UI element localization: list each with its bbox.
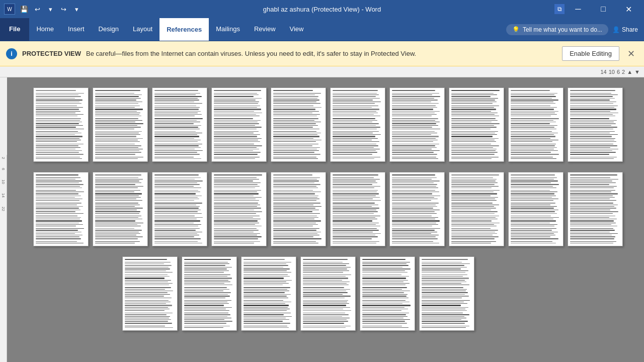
page-thumbnail-7[interactable] [389, 87, 445, 162]
ribbon: File Home Insert Design Layout Reference… [0, 18, 644, 41]
protected-view-badge: PROTECTED VIEW [22, 50, 81, 57]
ruler-mark-5: 22 [1, 207, 6, 211]
page-thumbnail-9[interactable] [508, 87, 564, 162]
close-protected-bar-button[interactable]: ✕ [624, 47, 638, 60]
tab-file[interactable]: File [0, 18, 29, 41]
document-area[interactable] [7, 77, 644, 362]
main-content: 2 6 10 14 22 [0, 77, 644, 362]
quick-access-toolbar: 💾 ↩ ▾ ↪ ▾ [18, 3, 83, 15]
title-bar-left: W 💾 ↩ ▾ ↪ ▾ [4, 3, 83, 15]
page-thumbnail-19[interactable] [508, 172, 564, 246]
maximize-button[interactable]: □ [592, 0, 615, 18]
tab-insert[interactable]: Insert [61, 18, 92, 41]
tab-layout[interactable]: Layout [126, 18, 159, 41]
ruler-mark-3: 10 [1, 179, 6, 184]
title-bar: W 💾 ↩ ▾ ↪ ▾ ghabl az ashura (Protected V… [0, 0, 644, 18]
page-thumbnail-26[interactable] [419, 256, 474, 331]
page-thumbnail-11[interactable] [33, 172, 89, 246]
page-thumbnail-22[interactable] [182, 256, 237, 331]
ruler-num-2: 10 [609, 69, 615, 75]
tab-references[interactable]: References [159, 18, 209, 41]
tab-review[interactable]: Review [247, 18, 283, 41]
page-thumbnail-3[interactable] [152, 87, 207, 162]
tab-mailings[interactable]: Mailings [209, 18, 247, 41]
enable-editing-button[interactable]: Enable Editing [562, 46, 619, 61]
ruler-up-arrow[interactable]: ▲ [627, 69, 632, 75]
page-thumbnail-13[interactable] [152, 172, 207, 246]
page-thumbnail-6[interactable] [330, 87, 385, 162]
minimize-button[interactable]: ─ [567, 0, 590, 18]
ribbon-right: 💡 Tell me what you want to do... 👤 Share [500, 18, 644, 41]
customize-quick-access[interactable]: ▾ [70, 3, 83, 15]
page-thumbnail-20[interactable] [568, 172, 623, 246]
page-thumbnail-8[interactable] [449, 87, 504, 162]
ruler-num-3: 6 [617, 69, 620, 75]
page-row-2 [22, 172, 634, 246]
window-controls: ⧉ ─ □ ✕ [554, 0, 640, 18]
page-thumbnail-25[interactable] [360, 256, 415, 331]
tab-home[interactable]: Home [29, 18, 61, 41]
ruler-mark-1: 2 [1, 157, 6, 159]
tab-view[interactable]: View [283, 18, 311, 41]
ruler-area: 14 10 6 2 ▲ ▼ [0, 66, 644, 77]
protected-view-message: Be careful—files from the Internet can c… [86, 50, 557, 57]
ruler-mark-4: 14 [1, 193, 6, 198]
page-thumbnail-1[interactable] [33, 87, 89, 162]
lightbulb-icon: 💡 [512, 26, 520, 33]
page-thumbnail-10[interactable] [568, 87, 623, 162]
ruler-num-1: 14 [600, 69, 606, 75]
ruler-mark-2: 6 [1, 168, 6, 170]
protected-view-icon: i [6, 48, 17, 59]
ruler-controls: 14 10 6 2 ▲ ▼ [600, 69, 640, 75]
page-thumbnail-2[interactable] [93, 87, 148, 162]
page-thumbnail-12[interactable] [93, 172, 148, 246]
page-thumbnail-5[interactable] [271, 87, 326, 162]
left-ruler: 2 6 10 14 22 [0, 155, 7, 362]
window-title: ghabl az ashura (Protected View) - Word [263, 6, 381, 13]
page-thumbnail-21[interactable] [122, 256, 178, 331]
tell-me-text: Tell me what you want to do... [523, 26, 602, 33]
page-thumbnail-23[interactable] [241, 256, 296, 331]
page-row-3 [22, 256, 634, 331]
word-logo-icon: W [4, 4, 15, 15]
tell-me-input[interactable]: 💡 Tell me what you want to do... [506, 24, 608, 35]
page-thumbnail-15[interactable] [271, 172, 326, 246]
redo-button[interactable]: ↪ [57, 3, 69, 15]
tab-design[interactable]: Design [92, 18, 126, 41]
protected-view-bar: i PROTECTED VIEW Be careful—files from t… [0, 41, 644, 66]
undo-button[interactable]: ↩ [31, 3, 43, 15]
share-button[interactable]: 👤 Share [612, 26, 638, 33]
ruler-num-4: 2 [622, 69, 625, 75]
person-icon: 👤 [612, 26, 620, 33]
page-thumbnail-4[interactable] [211, 87, 267, 162]
page-thumbnail-16[interactable] [330, 172, 385, 246]
restore-icon[interactable]: ⧉ [554, 4, 565, 14]
page-thumbnail-24[interactable] [300, 256, 356, 331]
page-thumbnail-17[interactable] [389, 172, 445, 246]
close-button[interactable]: ✕ [617, 0, 640, 18]
save-button[interactable]: 💾 [18, 3, 30, 15]
page-thumbnail-14[interactable] [211, 172, 267, 246]
page-row-1 [22, 87, 634, 162]
undo-dropdown[interactable]: ▾ [44, 3, 56, 15]
page-thumbnail-18[interactable] [449, 172, 504, 246]
ruler-down-arrow[interactable]: ▼ [634, 69, 640, 75]
